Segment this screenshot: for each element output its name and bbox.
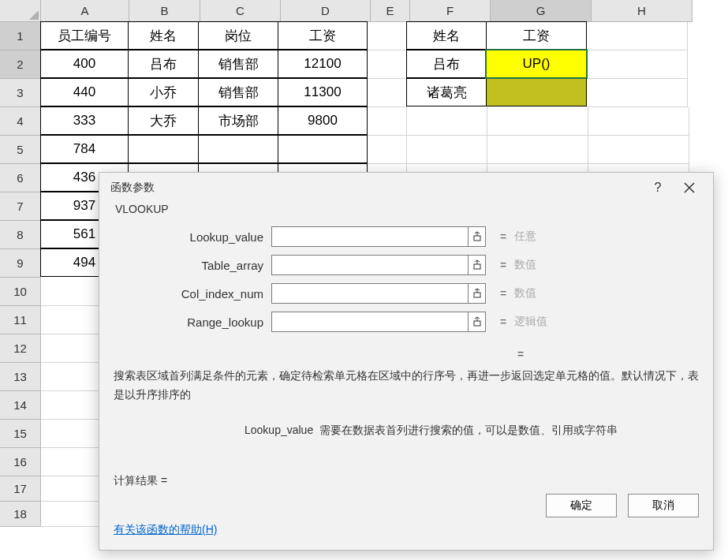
cell-F5[interactable] [407,136,487,164]
cell-E3[interactable] [368,79,407,107]
function-description: 搜索表区域首列满足条件的元素，确定待检索单元格在区域中的行序号，再进一步返回选定… [114,367,699,405]
cell-G2[interactable]: UP() [486,50,587,78]
cell-A5[interactable]: 784 [40,135,129,163]
cell-H5[interactable] [588,136,689,164]
help-icon[interactable]: ? [642,176,674,200]
row-header-5[interactable]: 5 [0,136,41,164]
cell-F3[interactable]: 诸葛亮 [406,78,487,106]
cell-G3[interactable] [486,78,587,106]
range-selector-icon[interactable] [469,255,486,275]
cell-B3[interactable]: 小乔 [128,78,199,106]
row-header-18[interactable]: 18 [0,502,41,527]
cell-B5[interactable] [128,135,199,163]
row-header-10[interactable]: 10 [0,278,41,306]
cell-B2[interactable]: 吕布 [128,50,199,78]
cell-C5[interactable] [198,135,278,163]
row-header-9[interactable]: 9 [0,249,41,278]
row-header-4[interactable]: 4 [0,107,41,136]
row-header-3[interactable]: 3 [0,79,41,107]
cell-G1[interactable]: 工资 [486,21,587,50]
col-header-G[interactable]: G [491,0,592,22]
col-header-H[interactable]: H [592,0,693,22]
param-label: Table_array [114,259,271,272]
cell-H4[interactable] [588,107,689,136]
row-header-12[interactable]: 12 [0,334,41,363]
column-headers: ABCDEFGH [41,0,693,22]
row-header-11[interactable]: 11 [0,306,41,334]
param-input-col_index_num[interactable] [271,283,469,304]
dialog-title: 函数参数 [110,181,642,195]
svg-rect-0 [474,236,480,241]
cell-A1[interactable]: 员工编号 [40,21,129,50]
col-header-E[interactable]: E [371,0,410,22]
row-header-17[interactable]: 17 [0,476,41,502]
param-equals: =数值 [500,258,536,272]
svg-rect-2 [474,293,480,297]
cell-E4[interactable] [368,107,407,136]
function-arguments-dialog: 函数参数 ? VLOOKUP Lookup_value=任意Table_arra… [99,172,714,551]
calc-result-label: 计算结果 = [114,474,546,488]
col-header-C[interactable]: C [200,0,281,22]
cell-E5[interactable] [368,136,407,164]
cell-F2[interactable]: 吕布 [406,50,487,78]
cell-C4[interactable]: 市场部 [198,106,278,135]
cell-E2[interactable] [368,50,407,79]
svg-rect-3 [474,321,480,326]
cancel-button[interactable]: 取消 [628,494,699,517]
param-row-3: Range_lookup=逻辑值 [114,312,699,332]
row-header-8[interactable]: 8 [0,221,41,249]
param-row-1: Table_array=数值 [114,255,699,275]
cell-D1[interactable]: 工资 [278,21,368,50]
param-input-lookup_value[interactable] [271,226,469,247]
cell-F4[interactable] [407,107,487,136]
param-input-table_array[interactable] [271,255,469,275]
row-header-6[interactable]: 6 [0,164,41,192]
cell-H2[interactable] [587,50,688,79]
cell-F1[interactable]: 姓名 [406,21,487,50]
cell-H3[interactable] [587,79,688,107]
row-header-13[interactable]: 13 [0,363,41,391]
row-header-7[interactable]: 7 [0,192,41,221]
row-headers: 123456789101112131415161718 [0,22,41,527]
cell-D2[interactable]: 12100 [278,50,368,78]
cell-A3[interactable]: 440 [40,78,129,106]
cell-C2[interactable]: 销售部 [198,50,278,78]
col-header-A[interactable]: A [41,0,129,22]
range-selector-icon[interactable] [469,226,486,247]
cell-D3[interactable]: 11300 [278,78,368,106]
cell-G4[interactable] [487,107,588,136]
param-label: Lookup_value [114,230,271,244]
select-all-corner[interactable] [0,0,41,22]
col-header-D[interactable]: D [281,0,371,22]
row-header-1[interactable]: 1 [0,22,41,50]
cell-C1[interactable]: 岗位 [198,21,278,50]
cell-A2[interactable]: 400 [40,50,129,78]
cell-D4[interactable]: 9800 [278,106,368,135]
col-header-F[interactable]: F [410,0,491,22]
range-selector-icon[interactable] [469,283,486,304]
function-name: VLOOKUP [115,203,699,215]
param-equals: =逻辑值 [500,315,547,329]
range-selector-icon[interactable] [469,312,486,332]
col-header-B[interactable]: B [129,0,200,22]
cell-A4[interactable]: 333 [40,106,129,135]
cell-H1[interactable] [587,22,688,50]
param-input-range_lookup[interactable] [271,312,469,332]
param-label: Col_index_num [114,287,271,301]
function-help-link[interactable]: 有关该函数的帮助(H) [114,523,546,537]
cell-G5[interactable] [487,136,588,164]
cell-C3[interactable]: 销售部 [198,78,278,106]
cell-B4[interactable]: 大乔 [128,106,199,135]
dialog-titlebar[interactable]: 函数参数 ? [99,173,713,203]
row-header-15[interactable]: 15 [0,420,41,448]
ok-button[interactable]: 确定 [546,494,617,517]
row-header-2[interactable]: 2 [0,50,41,79]
svg-rect-1 [474,264,480,269]
cell-B1[interactable]: 姓名 [128,21,199,50]
close-icon[interactable] [674,176,705,200]
row-header-14[interactable]: 14 [0,391,41,420]
cell-D5[interactable] [278,135,368,163]
cell-E1[interactable] [368,22,407,50]
row-header-16[interactable]: 16 [0,448,41,476]
param-equals: =数值 [500,286,536,301]
